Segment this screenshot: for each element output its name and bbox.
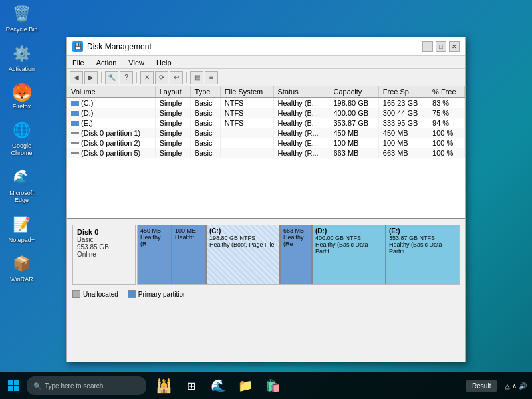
table-row[interactable]: (Disk 0 partition 2)SimpleBasicHealthy (… — [67, 138, 465, 148]
taskbar-search-box[interactable]: 🔍 Type here to search — [27, 376, 146, 395]
svg-rect-1 — [14, 380, 19, 385]
disk0-info: Disk 0 Basic 953.85 GB Online — [72, 225, 136, 285]
result-label: Result — [466, 380, 497, 392]
menu-view[interactable]: View — [126, 59, 147, 66]
svg-rect-2 — [8, 386, 13, 391]
col-volume[interactable]: Volume — [67, 86, 155, 98]
volume-table: Volume Layout Type File System Status Ca… — [67, 86, 465, 158]
window-controls: ─ □ ✕ — [422, 41, 460, 52]
legend-primary-box — [128, 290, 136, 298]
taskbar-app-store[interactable]: 🛍️ — [261, 374, 285, 398]
legend-unalloc-label: Unallocated — [83, 291, 118, 298]
disk0-row: Disk 0 Basic 953.85 GB Online 450 MB Hea… — [72, 225, 460, 285]
legend-primary: Primary partition — [128, 290, 187, 298]
toolbar-separator-1 — [101, 72, 102, 83]
winrar-icon[interactable]: 📦 WinRAR — [3, 253, 40, 283]
search-placeholder: Type here to search — [45, 382, 103, 390]
tray-icons: △ ∧ 🔊 — [505, 382, 527, 390]
partition-recovery[interactable]: 663 MB Healthy (Re — [281, 225, 313, 284]
maximize-button[interactable]: □ — [436, 41, 446, 52]
properties-button[interactable]: 🔧 — [105, 71, 118, 84]
disk-legend: Unallocated Primary partition — [72, 289, 460, 299]
svg-rect-0 — [8, 380, 13, 385]
col-pct[interactable]: % Free — [428, 86, 465, 98]
table-row[interactable]: (Disk 0 partition 1)SimpleBasicHealthy (… — [67, 128, 465, 138]
menu-bar: File Action View Help — [67, 56, 465, 69]
table-row[interactable]: (Disk 0 partition 5)SimpleBasicHealthy (… — [67, 148, 465, 158]
volume-list-button[interactable]: ≡ — [205, 71, 218, 84]
notepad-icon[interactable]: 📝 Notepad+ — [3, 214, 40, 244]
disk0-type: Basic — [77, 236, 131, 243]
toolbar-separator-3 — [186, 72, 187, 83]
partition-2[interactable]: 100 ME Health: — [172, 225, 207, 284]
close-button[interactable]: ✕ — [449, 41, 460, 52]
search-icon: 🔍 — [33, 382, 41, 390]
partition-c[interactable]: (C:) 198.80 GB NTFS Healthy (Boot, Page … — [207, 225, 281, 284]
help-button[interactable]: ? — [120, 71, 133, 84]
disk-map-panel: Disk 0 Basic 953.85 GB Online 450 MB Hea… — [67, 219, 465, 362]
activation-icon[interactable]: ⚙️ Activation — [3, 43, 40, 73]
toolbar: ◀ ▶ 🔧 ? ✕ ⟳ ↩ ▤ ≡ — [67, 69, 465, 86]
disk-map-button[interactable]: ▤ — [190, 71, 203, 84]
col-free[interactable]: Free Sp... — [378, 86, 428, 98]
edge-icon[interactable]: 🌊 MicrosoftEdge — [3, 167, 40, 204]
desktop: 🗑️ Recycle Bin ⚙️ Activation 🦊 Firefox 🌐… — [0, 0, 532, 399]
col-capacity[interactable]: Capacity — [329, 86, 378, 98]
start-button[interactable] — [0, 372, 27, 399]
back-button[interactable]: ◀ — [70, 71, 83, 84]
table-row[interactable]: (C:)SimpleBasicNTFSHealthy (B...198.80 G… — [67, 98, 465, 108]
disk0-status: Online — [77, 251, 131, 258]
partition-d[interactable]: (D:) 400.00 GB NTFS Healthy (Basic Data … — [313, 225, 386, 284]
legend-unalloc-box — [72, 290, 80, 298]
partition-1[interactable]: 450 MB Healthy (R — [138, 225, 172, 284]
col-layout[interactable]: Layout — [155, 86, 190, 98]
desktop-icons: 🗑️ Recycle Bin ⚙️ Activation 🦊 Firefox 🌐… — [3, 3, 40, 283]
disk0-name: Disk 0 — [77, 228, 131, 236]
taskbar-app-landmark[interactable]: 🕌 — [152, 374, 176, 398]
forward-button[interactable]: ▶ — [84, 71, 98, 84]
content-area: Volume Layout Type File System Status Ca… — [67, 86, 465, 362]
undo-button[interactable]: ↩ — [170, 71, 183, 84]
menu-file[interactable]: File — [70, 59, 87, 66]
window-title: Disk Management — [87, 42, 422, 51]
col-fs[interactable]: File System — [220, 86, 273, 98]
disk0-size: 953.85 GB — [77, 243, 131, 251]
taskbar-apps: 🕌 ⊞ 🌊 📁 🛍️ — [152, 374, 466, 398]
svg-rect-3 — [14, 386, 19, 391]
recycle-bin-icon[interactable]: 🗑️ Recycle Bin — [3, 3, 40, 33]
taskbar: 🔍 Type here to search 🕌 ⊞ 🌊 📁 🛍️ Result … — [0, 372, 532, 399]
legend-primary-label: Primary partition — [138, 291, 187, 298]
table-row[interactable]: (D:)SimpleBasicNTFSHealthy (B...400.00 G… — [67, 108, 465, 118]
refresh-button[interactable]: ⟳ — [155, 71, 168, 84]
firefox-icon[interactable]: 🦊 Firefox — [3, 83, 40, 110]
minimize-button[interactable]: ─ — [422, 41, 433, 52]
disk-management-window: 💾 Disk Management ─ □ ✕ File Action View… — [66, 37, 466, 362]
partition-e[interactable]: (E:) 353.87 GB NTFS Healthy (Basic Data … — [386, 225, 459, 284]
menu-action[interactable]: Action — [94, 59, 120, 66]
taskbar-app-taskview[interactable]: ⊞ — [179, 374, 203, 398]
taskbar-app-explorer[interactable]: 📁 — [233, 374, 257, 398]
menu-help[interactable]: Help — [154, 59, 174, 66]
toolbar-separator-2 — [136, 72, 137, 83]
volume-list-panel: Volume Layout Type File System Status Ca… — [67, 86, 465, 219]
chrome-icon[interactable]: 🌐 GoogleChrome — [3, 120, 40, 157]
disk0-partitions: 450 MB Healthy (R 100 ME Health: (C:) 19… — [137, 225, 460, 285]
legend-unallocated: Unallocated — [72, 290, 118, 298]
col-type[interactable]: Type — [190, 86, 220, 98]
taskbar-tray: Result △ ∧ 🔊 — [466, 380, 527, 392]
window-icon: 💾 — [72, 41, 83, 52]
taskbar-app-edge[interactable]: 🌊 — [206, 374, 230, 398]
table-row[interactable]: (E:)SimpleBasicNTFSHealthy (B...353.87 G… — [67, 118, 465, 128]
title-bar: 💾 Disk Management ─ □ ✕ — [67, 37, 465, 56]
col-status[interactable]: Status — [273, 86, 329, 98]
delete-button[interactable]: ✕ — [140, 71, 154, 84]
